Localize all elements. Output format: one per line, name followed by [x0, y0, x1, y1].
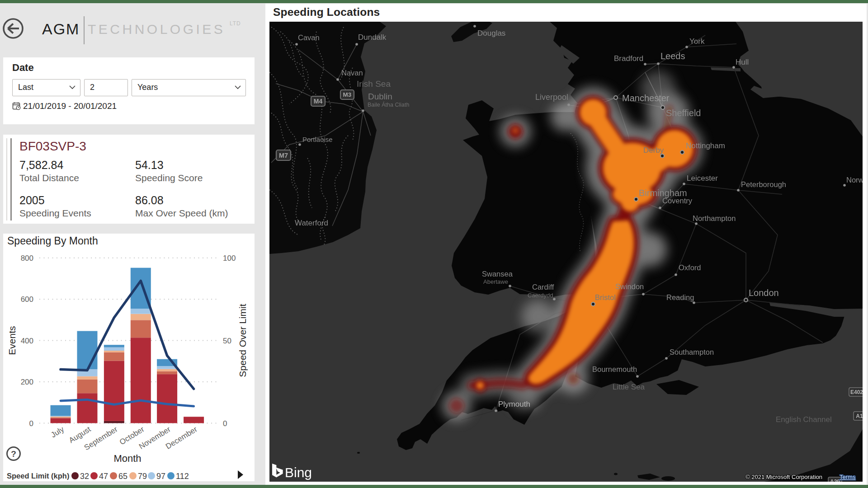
svg-text:Liverpool: Liverpool	[535, 93, 568, 102]
svg-text:Little Sea: Little Sea	[613, 383, 645, 391]
svg-text:Sheffield: Sheffield	[666, 108, 701, 118]
svg-text:Cavan: Cavan	[298, 33, 320, 42]
svg-text:Portlaoise: Portlaoise	[302, 136, 333, 143]
svg-text:Plymouth: Plymouth	[498, 400, 530, 408]
svg-text:Cardiff: Cardiff	[532, 283, 554, 291]
svg-text:Navan: Navan	[341, 69, 363, 77]
svg-text:A1: A1	[856, 413, 863, 419]
svg-text:Swansea: Swansea	[482, 270, 513, 278]
svg-text:Oxford: Oxford	[679, 263, 701, 272]
svg-text:Bournemouth: Bournemouth	[592, 365, 637, 373]
svg-text:Month: Month	[113, 453, 141, 464]
svg-text:Bing: Bing	[285, 465, 312, 480]
svg-text:M3: M3	[343, 91, 352, 98]
svg-text:Irish Sea: Irish Sea	[357, 79, 391, 89]
svg-text:E402: E402	[850, 389, 863, 395]
svg-text:200: 200	[21, 378, 33, 386]
svg-text:Northampton: Northampton	[693, 214, 736, 222]
svg-text:Southampton: Southampton	[670, 348, 714, 356]
svg-text:Leeds: Leeds	[660, 51, 685, 61]
svg-text:Bradford: Bradford	[614, 54, 643, 63]
svg-text:LTD: LTD	[230, 20, 241, 27]
svg-text:400: 400	[21, 337, 33, 345]
svg-text:Speed Limit (kph): Speed Limit (kph)	[7, 472, 69, 480]
svg-text:Bristol: Bristol	[595, 293, 616, 301]
svg-text:York: York	[689, 37, 705, 46]
svg-text:Reading: Reading	[666, 293, 694, 301]
svg-text:?: ?	[11, 449, 16, 459]
svg-text:50: 50	[223, 337, 231, 345]
svg-text:65: 65	[118, 472, 127, 481]
svg-text:Dundalk: Dundalk	[358, 33, 387, 42]
svg-text:Swindon: Swindon	[615, 282, 644, 291]
svg-text:Peterborough: Peterborough	[741, 180, 786, 188]
svg-text:Douglas: Douglas	[477, 29, 505, 38]
svg-text:A29: A29	[830, 479, 840, 482]
svg-text:M7: M7	[279, 152, 288, 159]
svg-text:Events: Events	[7, 326, 17, 355]
svg-text:TECHNOLOGIES: TECHNOLOGIES	[88, 22, 225, 37]
svg-text:English Channel: English Channel	[776, 415, 832, 424]
svg-text:47: 47	[99, 472, 108, 481]
svg-text:Nottingham: Nottingham	[686, 141, 725, 150]
svg-text:Terms: Terms	[840, 474, 856, 480]
svg-text:0: 0	[29, 419, 33, 428]
svg-text:Speed Over Limit: Speed Over Limit	[237, 304, 248, 377]
svg-text:Manchester: Manchester	[622, 93, 670, 103]
svg-text:600: 600	[21, 295, 33, 304]
svg-text:Dublin: Dublin	[368, 92, 392, 101]
svg-text:Derby: Derby	[643, 146, 664, 155]
svg-text:79: 79	[138, 472, 147, 481]
svg-text:0: 0	[223, 419, 227, 428]
svg-text:Caerdydd: Caerdydd	[528, 292, 553, 299]
svg-text:© 2021 Microsoft Corporation: © 2021 Microsoft Corporation	[745, 474, 822, 480]
svg-text:Baile Átha Cliath: Baile Átha Cliath	[368, 101, 409, 108]
svg-text:Hull: Hull	[736, 58, 749, 66]
svg-text:Abertawe: Abertawe	[483, 278, 508, 285]
svg-text:M4: M4	[314, 98, 323, 105]
svg-text:100: 100	[223, 254, 236, 263]
svg-text:Coventry: Coventry	[662, 197, 693, 205]
svg-text:800: 800	[21, 254, 33, 263]
svg-text:London: London	[749, 288, 779, 298]
svg-text:112: 112	[176, 472, 189, 481]
svg-text:AGM: AGM	[42, 20, 80, 38]
svg-text:Norwich: Norwich	[846, 176, 863, 184]
svg-text:Speeding By Month: Speeding By Month	[7, 235, 98, 247]
svg-text:Leicester: Leicester	[687, 174, 718, 183]
svg-text:Waterford: Waterford	[295, 219, 328, 227]
svg-text:32: 32	[80, 472, 89, 481]
svg-text:July: July	[49, 425, 66, 439]
svg-text:97: 97	[156, 472, 165, 481]
